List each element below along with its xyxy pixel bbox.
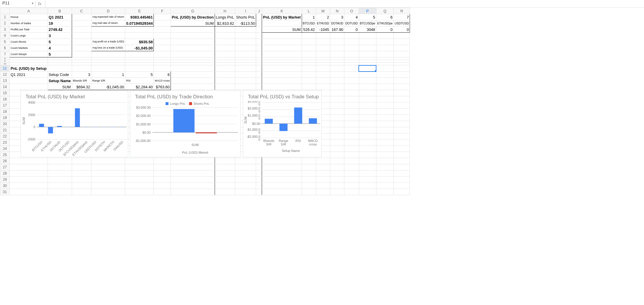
name-box[interactable]: P11 ▼ bbox=[0, 1, 35, 7]
cell-O22[interactable] bbox=[344, 133, 359, 140]
cell-R13[interactable] bbox=[394, 78, 410, 84]
cell-E30[interactable] bbox=[125, 183, 154, 189]
cell-R1[interactable]: 7 bbox=[394, 14, 410, 20]
cell-M7[interactable] bbox=[316, 51, 330, 57]
row-header-15[interactable]: 15 bbox=[0, 90, 10, 96]
cell-I6[interactable] bbox=[235, 45, 256, 51]
cell-E3[interactable] bbox=[125, 26, 154, 33]
cell-D30[interactable] bbox=[91, 183, 125, 189]
row-header-1[interactable]: 1 bbox=[0, 14, 10, 20]
cell-Q15[interactable] bbox=[376, 90, 393, 96]
cell-L4[interactable] bbox=[302, 33, 316, 39]
cell-R25[interactable] bbox=[394, 152, 410, 158]
cell-H4[interactable] bbox=[215, 33, 235, 39]
cell-M31[interactable] bbox=[316, 189, 330, 195]
row-header-21[interactable]: 21 bbox=[0, 127, 10, 133]
col-header-M[interactable]: M bbox=[316, 8, 330, 14]
row-header-30[interactable]: 30 bbox=[0, 183, 10, 189]
cell-P15[interactable] bbox=[359, 90, 376, 96]
row-header-22[interactable]: 22 bbox=[0, 133, 10, 140]
cell-B3[interactable]: 2749.42 bbox=[48, 26, 72, 33]
cell-G13[interactable] bbox=[171, 78, 215, 84]
cell-H30[interactable] bbox=[215, 183, 235, 189]
cell-N9[interactable] bbox=[330, 60, 344, 63]
cell-R3[interactable]: 0 bbox=[394, 26, 410, 33]
cell-B6[interactable]: 4 bbox=[48, 45, 72, 51]
cell-M3[interactable]: -1045 bbox=[316, 26, 330, 33]
cell-I27[interactable] bbox=[235, 164, 256, 170]
row-header-20[interactable]: 20 bbox=[0, 121, 10, 127]
cell-L27[interactable] bbox=[302, 164, 316, 170]
cell-E12[interactable]: 5 bbox=[125, 72, 154, 78]
cell-K14[interactable] bbox=[262, 84, 302, 90]
col-header-C[interactable]: C bbox=[72, 8, 91, 14]
cell-H26[interactable] bbox=[215, 158, 235, 164]
col-header-B[interactable]: B bbox=[48, 8, 72, 14]
cell-G6[interactable] bbox=[171, 45, 215, 51]
cell-L3[interactable]: 526.42 bbox=[302, 26, 316, 33]
cell-G3[interactable] bbox=[171, 26, 215, 33]
cell-O13[interactable] bbox=[344, 78, 359, 84]
cell-P6[interactable] bbox=[359, 45, 376, 51]
cell-Q26[interactable] bbox=[376, 158, 393, 164]
cell-R28[interactable] bbox=[394, 170, 410, 177]
cell-O23[interactable] bbox=[344, 140, 359, 146]
cell-R20[interactable] bbox=[394, 121, 410, 127]
cell-N2[interactable]: DOTAUD bbox=[330, 20, 344, 26]
cell-O15[interactable] bbox=[344, 90, 359, 96]
cell-Q3[interactable]: 0 bbox=[376, 26, 393, 33]
cell-F14[interactable]: $763.60 bbox=[154, 84, 171, 90]
cell-R24[interactable] bbox=[394, 146, 410, 152]
cell-L11[interactable] bbox=[302, 65, 316, 72]
cell-F9[interactable] bbox=[154, 60, 171, 63]
cell-I2[interactable]: -$113.50 bbox=[235, 20, 256, 26]
cell-R5[interactable] bbox=[394, 39, 410, 45]
cell-M4[interactable] bbox=[316, 33, 330, 39]
col-header-A[interactable]: A bbox=[10, 8, 48, 14]
cell-F29[interactable] bbox=[154, 177, 171, 183]
cell-O24[interactable] bbox=[344, 146, 359, 152]
cell-R30[interactable] bbox=[394, 183, 410, 189]
cell-R11[interactable] bbox=[394, 65, 410, 72]
cell-M30[interactable] bbox=[316, 183, 330, 189]
cell-C4[interactable] bbox=[72, 33, 91, 39]
cell-R2[interactable]: USDTUSD bbox=[394, 20, 410, 26]
cell-E29[interactable] bbox=[125, 177, 154, 183]
cell-G4[interactable] bbox=[171, 33, 215, 39]
cell-Q11[interactable] bbox=[376, 65, 393, 72]
cell-Q22[interactable] bbox=[376, 133, 393, 140]
cell-C5[interactable] bbox=[72, 39, 91, 45]
cell-P1[interactable]: 5 bbox=[359, 14, 376, 20]
row-header-26[interactable]: 26 bbox=[0, 158, 10, 164]
cell-J12[interactable] bbox=[256, 72, 262, 78]
cell-G14[interactable] bbox=[171, 84, 215, 90]
cell-E11[interactable] bbox=[125, 65, 154, 72]
cell-N4[interactable] bbox=[330, 33, 344, 39]
cell-L13[interactable] bbox=[302, 78, 316, 84]
cell-D3[interactable] bbox=[91, 26, 125, 33]
cell-H31[interactable] bbox=[215, 189, 235, 195]
col-header-D[interactable]: D bbox=[91, 8, 125, 14]
cell-Q8[interactable] bbox=[376, 57, 393, 60]
cell-I26[interactable] bbox=[235, 158, 256, 164]
cell-D13[interactable]: Range S/R bbox=[91, 78, 125, 84]
cell-B10[interactable] bbox=[48, 63, 72, 65]
cell-L5[interactable] bbox=[302, 39, 316, 45]
cell-A26[interactable] bbox=[10, 158, 48, 164]
col-header-J[interactable]: J bbox=[256, 8, 262, 14]
cell-I14[interactable] bbox=[235, 84, 256, 90]
cell-P13[interactable] bbox=[359, 78, 376, 84]
cell-C12[interactable]: 3 bbox=[72, 72, 91, 78]
cell-P30[interactable] bbox=[359, 183, 376, 189]
cell-G12[interactable] bbox=[171, 72, 215, 78]
cell-G26[interactable] bbox=[171, 158, 215, 164]
cell-P16[interactable] bbox=[359, 96, 376, 102]
cell-D14[interactable]: -$1,045.00 bbox=[91, 84, 125, 90]
cell-E5[interactable]: $935.58 bbox=[125, 39, 154, 45]
cell-G27[interactable] bbox=[171, 164, 215, 170]
cell-A13[interactable] bbox=[10, 78, 48, 84]
cell-N24[interactable] bbox=[330, 146, 344, 152]
cell-Q12[interactable] bbox=[376, 72, 393, 78]
cell-D29[interactable] bbox=[91, 177, 125, 183]
cell-H1[interactable]: Longs PnL bbox=[215, 14, 235, 20]
